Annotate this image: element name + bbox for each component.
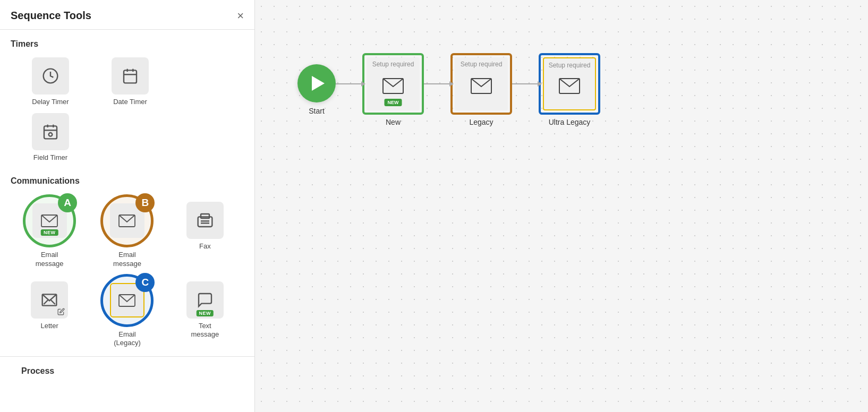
- timers-label: Timers: [11, 39, 244, 49]
- main-canvas: Start Setup required NEW New: [255, 0, 868, 412]
- field-timer-label: Field Timer: [33, 153, 67, 162]
- mail-icon: [41, 214, 58, 227]
- arrow-2: [424, 83, 450, 84]
- svg-line-18: [44, 300, 48, 304]
- date-timer-icon-wrap: [112, 57, 149, 95]
- svg-rect-1: [124, 70, 137, 83]
- close-button[interactable]: ×: [237, 10, 244, 22]
- arrow-line-3: [512, 83, 539, 84]
- node-ultra-label: Ultra Legacy: [549, 118, 591, 126]
- date-timer-item[interactable]: Date Timer: [90, 57, 170, 107]
- email-legacy-label: Emailmessage: [113, 251, 141, 269]
- fax-icon: [197, 212, 214, 229]
- delay-timer-icon-wrap: [32, 57, 69, 95]
- node-new-inner: Setup required NEW: [367, 57, 420, 110]
- letter-icon-wrap: [31, 281, 68, 319]
- arrow-line-1: [336, 83, 362, 84]
- email-new-label: Emailmessage: [36, 251, 64, 269]
- delay-timer-item[interactable]: Delay Timer: [11, 57, 90, 107]
- text-new-badge: NEW: [197, 310, 214, 316]
- process-section: Process: [0, 356, 254, 376]
- comm-row-1: NEW A Emailmessage: [11, 194, 244, 269]
- sidebar-header: Sequence Tools ×: [0, 0, 254, 30]
- comm-row-2: Letter C Email(Legacy): [11, 274, 244, 348]
- letter-c-badge: C: [135, 273, 155, 292]
- delay-timer-label: Delay Timer: [32, 98, 69, 107]
- text-message-icon-wrap: NEW: [186, 281, 224, 319]
- communications-label: Communications: [11, 176, 244, 186]
- calendar-person-icon: [42, 123, 59, 140]
- email-ultra-label: Email(Legacy): [114, 330, 141, 348]
- node-ultra-setup: Setup required: [544, 62, 595, 69]
- email-ultra-circle: C: [100, 274, 154, 327]
- new-badge: NEW: [41, 229, 58, 236]
- process-label: Process: [11, 366, 244, 376]
- mail-icon: [118, 294, 135, 307]
- letter-a-badge: A: [58, 193, 77, 212]
- node-new-label: New: [386, 118, 401, 126]
- email-new-item[interactable]: NEW A Emailmessage: [11, 194, 88, 269]
- calendar-icon: [122, 67, 139, 84]
- arrow-3: [512, 83, 539, 84]
- svg-point-9: [49, 133, 53, 136]
- letter-item[interactable]: Letter: [11, 281, 88, 331]
- field-timer-item[interactable]: Field Timer: [11, 113, 90, 162]
- node-ultra-inner: Setup required: [543, 57, 596, 110]
- start-button[interactable]: [297, 64, 336, 102]
- svg-line-17: [51, 300, 55, 304]
- communications-section: Communications NEW A: [0, 167, 254, 353]
- fax-icon-wrap: [186, 202, 224, 239]
- play-icon: [312, 76, 325, 91]
- node-legacy-inner: Setup required: [455, 57, 508, 110]
- node-new[interactable]: Setup required NEW New: [362, 53, 424, 126]
- text-message-item[interactable]: NEW Textmessage: [166, 281, 244, 340]
- node-ultra-mail-icon: [559, 78, 580, 94]
- node-new-badge: NEW: [385, 99, 402, 106]
- letter-label: Letter: [41, 322, 58, 331]
- sidebar: Sequence Tools × Timers Delay Timer: [0, 0, 255, 412]
- timers-grid: Delay Timer Date Timer: [11, 57, 244, 162]
- node-legacy-box[interactable]: Setup required: [450, 53, 512, 115]
- edit-icon: [57, 308, 65, 315]
- arrow-1: [336, 83, 362, 84]
- letter-b-badge: B: [135, 193, 155, 212]
- node-new-box[interactable]: Setup required NEW: [362, 53, 424, 115]
- node-new-setup: Setup required: [367, 61, 420, 68]
- date-timer-label: Date Timer: [113, 98, 147, 107]
- node-legacy-mail-icon: [471, 78, 492, 94]
- node-legacy-setup: Setup required: [455, 61, 508, 68]
- fax-item[interactable]: Fax: [166, 202, 244, 251]
- svg-rect-13: [201, 214, 209, 218]
- field-timer-icon-wrap: [32, 113, 69, 150]
- chat-icon: [197, 291, 214, 308]
- letter-icon: [41, 291, 58, 308]
- arrow-line-2: [424, 83, 450, 84]
- email-legacy-item[interactable]: B Emailmessage: [88, 194, 166, 269]
- mail-icon: [118, 214, 135, 227]
- timers-section: Timers Delay Timer: [0, 30, 254, 167]
- fax-label: Fax: [199, 242, 211, 251]
- email-ultra-legacy-item[interactable]: C Email(Legacy): [88, 274, 166, 348]
- email-new-circle: NEW A: [23, 194, 76, 247]
- start-node[interactable]: Start: [297, 64, 336, 115]
- start-label: Start: [309, 107, 325, 115]
- node-ultra-legacy-box[interactable]: Setup required: [539, 53, 600, 115]
- clock-icon: [42, 67, 59, 84]
- text-message-label: Textmessage: [191, 322, 219, 340]
- sidebar-title: Sequence Tools: [11, 10, 91, 22]
- flow-container: Start Setup required NEW New: [297, 53, 600, 126]
- node-new-mail-icon: [382, 78, 404, 94]
- node-ultra-legacy[interactable]: Setup required Ultra Legacy: [539, 53, 600, 126]
- email-legacy-circle: B: [100, 194, 154, 247]
- node-legacy-label: Legacy: [469, 118, 493, 126]
- node-legacy[interactable]: Setup required Legacy: [450, 53, 512, 126]
